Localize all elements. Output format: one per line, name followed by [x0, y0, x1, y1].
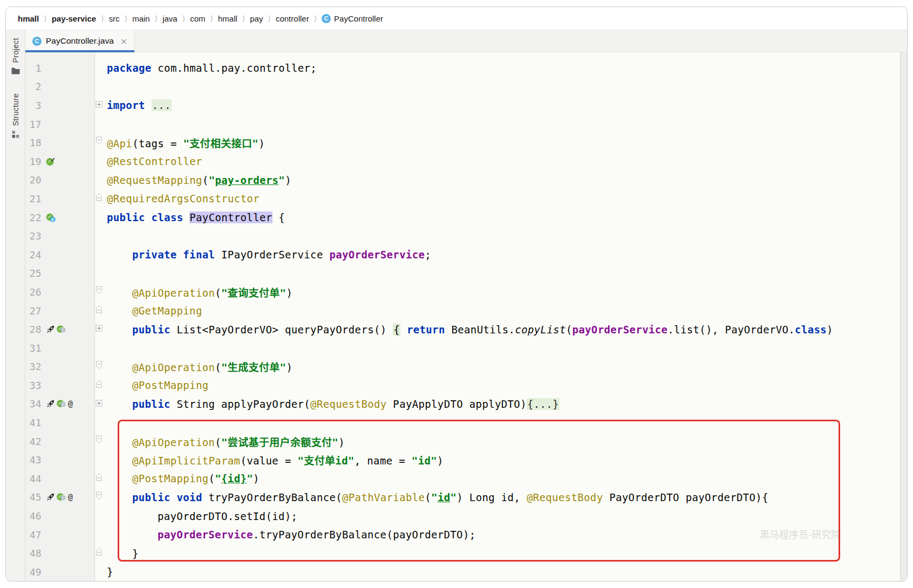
tool-window-bar: ProjectStructure	[6, 30, 25, 581]
at-icon[interactable]: @	[68, 399, 73, 409]
code-line[interactable]: @ApiOperation("生成支付单")	[107, 359, 907, 374]
line-number: 32	[25, 361, 42, 372]
fold-marker-icon[interactable]	[96, 302, 103, 320]
code-token: @RequestBody	[527, 491, 603, 503]
sidebar-item-structure[interactable]: Structure	[6, 93, 25, 138]
spring-run-icon[interactable]	[46, 157, 55, 166]
code-line-row: 18@Api(tags = "支付相关接口")	[25, 133, 907, 152]
code-line[interactable]: @ApiOperation("尝试基于用户余额支付")	[107, 434, 907, 449]
code-token: .tryPayOrderByBalance(payOrderDTO);	[253, 529, 476, 541]
code-token: "	[247, 473, 253, 484]
code-line[interactable]: payOrderDTO.setId(id);	[107, 510, 907, 522]
breadcrumb-item-controller[interactable]: controller	[276, 14, 309, 23]
at-icon[interactable]: @	[68, 493, 73, 502]
code-token: @RequestBody	[310, 398, 386, 410]
code-token: (tags =	[132, 138, 183, 149]
breadcrumb-item-hmall[interactable]: hmall	[218, 14, 237, 23]
code-token: }	[132, 548, 139, 559]
code-token: @RestController	[107, 155, 202, 167]
code-token: .list(), PayOrderVO.	[667, 324, 795, 336]
code-line[interactable]: @PostMapping	[107, 379, 907, 391]
code-token: copyList	[515, 324, 565, 336]
code-line[interactable]: @PostMapping("{id}")	[107, 473, 907, 484]
line-number: 24	[25, 249, 42, 261]
request-mapping-icon[interactable]	[57, 399, 66, 408]
code-line[interactable]: @RequiredArgsConstructor	[107, 193, 907, 204]
code-line[interactable]: @GetMapping	[107, 305, 907, 317]
breadcrumb-label: java	[162, 14, 178, 23]
breadcrumb-item-pay[interactable]: pay	[250, 14, 263, 23]
line-number: 44	[25, 473, 42, 484]
code-line[interactable]: public class PayController {	[107, 211, 907, 223]
code-token: public	[132, 324, 171, 336]
breadcrumb: hmall⟩pay-service⟩src⟩main⟩java⟩com⟩hmal…	[6, 7, 907, 30]
fold-column	[91, 469, 107, 488]
code-token: @PathVariable	[342, 491, 425, 503]
fold-marker-icon[interactable]	[96, 283, 103, 302]
line-number: 49	[25, 566, 42, 578]
fold-marker-icon[interactable]	[96, 189, 103, 208]
breadcrumb-item-java[interactable]: java	[162, 14, 178, 23]
unfold-icon[interactable]	[96, 320, 103, 339]
fold-marker-icon[interactable]	[96, 544, 103, 563]
fold-column	[91, 395, 107, 414]
code-token: @ApiImplicitParam	[132, 455, 240, 467]
fold-marker-icon[interactable]	[96, 432, 103, 451]
code-line[interactable]: @RequestMapping("pay-orders")	[107, 174, 907, 186]
spring-class-icon[interactable]: c	[46, 213, 56, 222]
sidebar-item-project[interactable]: Project	[6, 38, 25, 74]
code-line[interactable]: package com.hmall.pay.controller;	[107, 62, 907, 74]
line-number: 20	[25, 174, 42, 186]
fold-marker-icon[interactable]	[96, 133, 103, 152]
code-line[interactable]: }	[107, 566, 907, 578]
breadcrumb-item-paycontroller[interactable]: CPayController	[322, 14, 383, 23]
line-number: 46	[25, 510, 42, 522]
gutter-icons	[46, 325, 91, 334]
fold-marker-icon[interactable]	[96, 376, 103, 395]
line-number: 33	[25, 380, 42, 391]
breadcrumb-item-src[interactable]: src	[109, 14, 120, 23]
rocket-icon[interactable]	[46, 493, 55, 502]
code-line[interactable]: import ...	[107, 99, 907, 111]
fold-marker-icon[interactable]	[96, 358, 103, 377]
request-mapping-icon[interactable]	[57, 493, 66, 502]
unfold-icon[interactable]	[96, 395, 103, 414]
fold-marker-icon[interactable]	[96, 469, 103, 488]
code-line[interactable]: @Api(tags = "支付相关接口")	[107, 135, 907, 150]
breadcrumb-separator-icon: ⟩	[182, 14, 185, 23]
code-token: (	[215, 361, 221, 373]
code-token: @GetMapping	[132, 305, 202, 317]
code-line[interactable]: @ApiImplicitParam(value = "支付单id", name …	[107, 453, 907, 467]
breadcrumb-item-com[interactable]: com	[190, 14, 205, 23]
breadcrumb-separator-icon: ⟩	[101, 14, 104, 23]
code-line-row: 33@PostMapping	[25, 376, 907, 395]
tab-paycontroller-java[interactable]: C PayController.java ×	[25, 30, 135, 52]
code-line[interactable]: }	[107, 548, 907, 559]
fold-marker-icon[interactable]	[96, 488, 103, 507]
vertical-scrollbar[interactable]	[900, 52, 907, 581]
code-line-row: 34@public String applyPayOrder(@RequestB…	[25, 395, 907, 414]
code-line[interactable]: private final IPayOrderService payOrderS…	[107, 249, 907, 261]
breadcrumb-item-hmall[interactable]: hmall	[18, 14, 39, 23]
code-token: private final	[132, 249, 215, 261]
unfold-icon[interactable]	[96, 96, 103, 115]
breadcrumb-item-main[interactable]: main	[132, 14, 150, 23]
code-line[interactable]: public void tryPayOrderByBalance(@PathVa…	[107, 491, 907, 503]
breadcrumb-item-pay-service[interactable]: pay-service	[52, 14, 97, 23]
request-mapping-icon[interactable]	[57, 325, 66, 334]
rocket-icon[interactable]	[46, 399, 55, 408]
rocket-icon[interactable]	[46, 325, 55, 334]
code-line[interactable]: public String applyPayOrder(@RequestBody…	[107, 398, 907, 410]
folder-icon	[11, 67, 20, 74]
code-editor[interactable]: 1package com.hmall.pay.controller;23impo…	[25, 52, 907, 581]
code-line[interactable]: @RestController	[107, 155, 907, 167]
code-token: BeanUtils.	[445, 324, 515, 336]
code-token: , name =	[355, 455, 412, 467]
code-line[interactable]: @ApiOperation("查询支付单")	[107, 285, 907, 299]
code-line[interactable]: public List<PayOrderVO> queryPayOrders()…	[107, 324, 907, 336]
line-number: 31	[25, 343, 42, 354]
code-line-row: 19@RestController	[25, 152, 907, 171]
code-token: @ApiOperation	[132, 287, 215, 299]
code-token: )	[338, 436, 345, 448]
close-icon[interactable]: ×	[120, 36, 127, 46]
